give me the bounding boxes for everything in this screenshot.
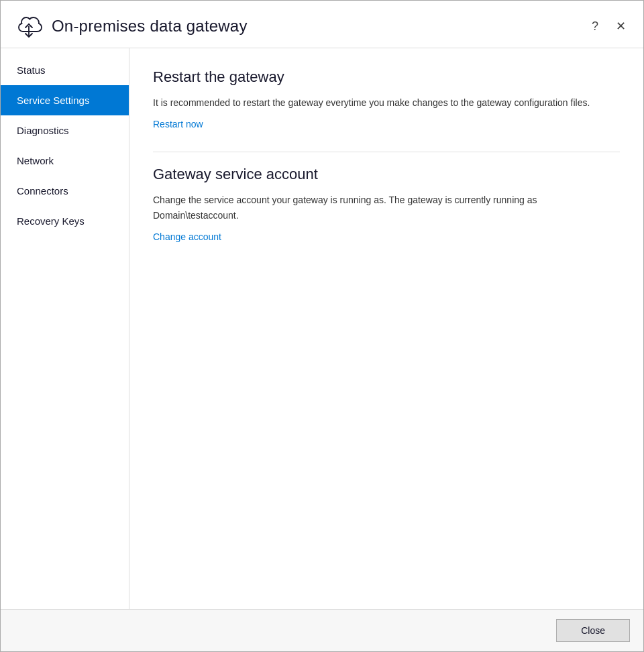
sidebar: Status Service Settings Diagnostics Netw… [1, 48, 129, 609]
change-account-link[interactable]: Change account [153, 231, 221, 242]
account-section: Gateway service account Change the servi… [153, 166, 620, 243]
sidebar-item-service-settings[interactable]: Service Settings [1, 85, 129, 115]
title-controls: ? ✕ [586, 17, 630, 36]
app-title: On-premises data gateway [52, 17, 248, 36]
restart-title: Restart the gateway [153, 68, 620, 86]
account-description: Change the service account your gateway … [153, 193, 609, 223]
footer: Close [1, 609, 643, 651]
section-divider [153, 152, 620, 152]
account-title: Gateway service account [153, 166, 620, 183]
sidebar-item-connectors[interactable]: Connectors [1, 176, 129, 206]
sidebar-item-recovery-keys[interactable]: Recovery Keys [1, 206, 129, 236]
restart-section: Restart the gateway It is recommended to… [153, 68, 620, 130]
close-button[interactable]: Close [556, 619, 630, 642]
main-content: Restart the gateway It is recommended to… [129, 48, 643, 609]
restart-now-link[interactable]: Restart now [153, 119, 203, 129]
app-window: On-premises data gateway ? ✕ Status Serv… [0, 0, 644, 652]
sidebar-item-network[interactable]: Network [1, 146, 129, 176]
sidebar-item-status[interactable]: Status [1, 55, 129, 85]
title-bar: On-premises data gateway ? ✕ [1, 1, 643, 48]
help-button[interactable]: ? [586, 17, 604, 36]
content-area: Status Service Settings Diagnostics Netw… [1, 48, 643, 609]
sidebar-item-diagnostics[interactable]: Diagnostics [1, 115, 129, 146]
title-left: On-premises data gateway [14, 11, 248, 41]
restart-description: It is recommended to restart the gateway… [153, 95, 609, 110]
cloud-gateway-icon [14, 11, 44, 41]
window-close-button[interactable]: ✕ [611, 17, 630, 36]
